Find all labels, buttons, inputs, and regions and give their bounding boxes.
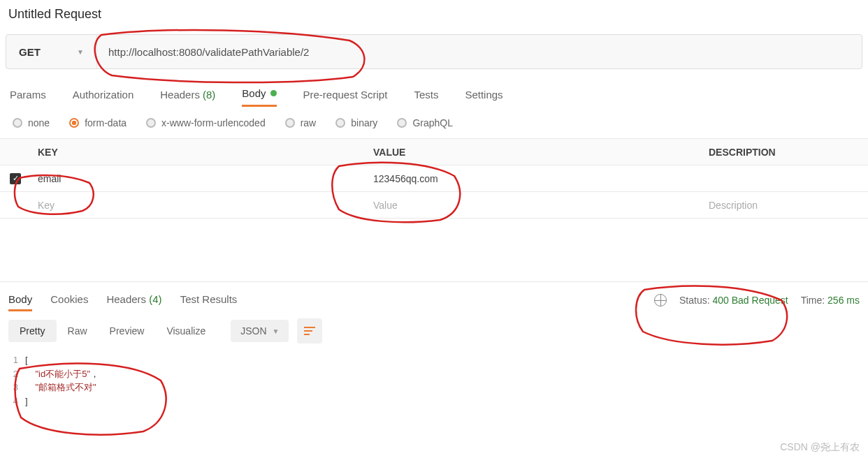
- response-meta: Status: 400 Bad Request Time: 256 ms: [654, 294, 860, 306]
- response-tab-headers[interactable]: Headers (4): [106, 289, 161, 311]
- body-type-selector: none form-data x-www-form-urlencoded raw…: [0, 108, 868, 138]
- tab-authorization[interactable]: Authorization: [73, 82, 134, 107]
- form-data-table: KEY VALUE DESCRIPTION ✓ email 123456qq.c…: [0, 138, 868, 219]
- tab-prerequest[interactable]: Pre-request Script: [303, 82, 388, 107]
- status-value: 400 Bad Request: [713, 295, 788, 306]
- radio-raw[interactable]: raw: [285, 117, 317, 128]
- view-raw-button[interactable]: Raw: [57, 320, 99, 342]
- key-cell[interactable]: email: [31, 173, 366, 184]
- radio-none[interactable]: none: [13, 117, 50, 128]
- view-mode-row: Pretty Raw Preview Visualize JSON ▼: [0, 311, 868, 350]
- response-tab-test-results[interactable]: Test Results: [180, 289, 238, 311]
- radio-icon: [69, 118, 79, 128]
- radio-icon: [335, 118, 345, 128]
- radio-form-data[interactable]: form-data: [69, 117, 126, 128]
- method-label: GET: [19, 46, 41, 58]
- request-tabs: Params Authorization Headers (8) Body Pr…: [0, 75, 868, 108]
- url-input[interactable]: [97, 46, 862, 58]
- response-tab-cookies[interactable]: Cookies: [50, 289, 88, 311]
- tab-params[interactable]: Params: [10, 82, 46, 107]
- response-tabs: Body Cookies Headers (4) Test Results: [8, 289, 237, 311]
- line-number: 3: [6, 381, 25, 394]
- body-indicator-dot: [270, 90, 277, 96]
- chevron-down-icon: ▼: [273, 327, 280, 335]
- tab-headers-label: Headers: [160, 89, 200, 101]
- tab-body[interactable]: Body: [242, 82, 276, 107]
- radio-icon: [397, 118, 407, 128]
- table-header: KEY VALUE DESCRIPTION: [0, 139, 868, 165]
- value-placeholder[interactable]: Value: [366, 200, 702, 211]
- response-tab-body[interactable]: Body: [8, 289, 32, 311]
- headers-count: (8): [203, 89, 215, 101]
- tab-body-label: Body: [242, 87, 266, 99]
- radio-icon: [13, 118, 22, 128]
- radio-icon: [285, 118, 295, 128]
- table-row: ✓ email 123456qq.com: [0, 165, 868, 192]
- chevron-down-icon: ▼: [77, 48, 84, 56]
- key-header: KEY: [31, 147, 366, 158]
- radio-binary[interactable]: binary: [335, 117, 377, 128]
- time-label: Time:: [801, 295, 825, 306]
- description-placeholder[interactable]: Description: [702, 200, 868, 211]
- view-pretty-button[interactable]: Pretty: [8, 320, 57, 342]
- value-header: VALUE: [366, 147, 702, 158]
- radio-graphql[interactable]: GraphQL: [397, 117, 453, 128]
- table-row-empty: Key Value Description: [0, 192, 868, 219]
- wrap-lines-button[interactable]: [297, 318, 322, 344]
- radio-icon: [146, 118, 156, 128]
- time-value: 256 ms: [827, 295, 860, 306]
- tab-settings[interactable]: Settings: [465, 82, 502, 107]
- request-title: Untitled Request: [0, 0, 868, 29]
- line-number: 2: [6, 367, 25, 381]
- view-visualize-button[interactable]: Visualize: [155, 320, 217, 342]
- format-dropdown[interactable]: JSON ▼: [231, 320, 289, 342]
- tab-headers[interactable]: Headers (8): [160, 82, 215, 107]
- line-number: 4: [6, 394, 25, 408]
- method-dropdown[interactable]: GET ▼: [6, 35, 97, 68]
- response-body[interactable]: 1[ 2 "id不能小于5"， 3 "邮箱格式不对" 4]: [0, 350, 868, 411]
- request-bar: GET ▼: [6, 34, 862, 69]
- key-placeholder[interactable]: Key: [31, 200, 366, 211]
- line-number: 1: [6, 353, 25, 367]
- description-header: DESCRIPTION: [702, 147, 868, 158]
- checkbox-checked-icon[interactable]: ✓: [10, 173, 21, 184]
- globe-icon[interactable]: [654, 294, 667, 306]
- watermark: CSDN @尧上有农: [780, 441, 860, 454]
- tab-tests[interactable]: Tests: [414, 82, 438, 107]
- value-cell[interactable]: 123456qq.com: [366, 173, 702, 184]
- view-preview-button[interactable]: Preview: [99, 320, 156, 342]
- radio-urlencoded[interactable]: x-www-form-urlencoded: [146, 117, 266, 128]
- response-header: Body Cookies Headers (4) Test Results St…: [0, 281, 868, 311]
- status-label: Status:: [679, 295, 710, 306]
